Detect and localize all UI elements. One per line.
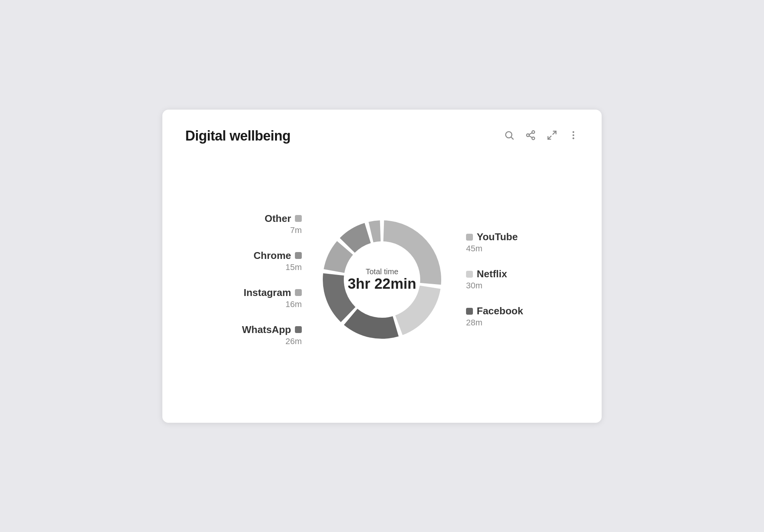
donut-segment[interactable]	[383, 220, 441, 285]
donut-segment[interactable]	[344, 309, 398, 338]
legend-time: 16m	[285, 299, 302, 309]
legend-time: 28m	[466, 318, 482, 328]
right-legend: YouTube 45m Netflix 30m Facebook 28m	[451, 231, 527, 328]
legend-name: Netflix	[477, 268, 507, 280]
legend-name: Other	[265, 213, 291, 225]
legend-name: Facebook	[477, 305, 523, 317]
legend-time: 15m	[285, 262, 302, 272]
legend-time: 45m	[466, 244, 482, 254]
legend-name: WhatsApp	[242, 324, 291, 336]
legend-item: Other 7m	[265, 213, 302, 235]
svg-point-10	[573, 134, 575, 136]
legend-item: Facebook 28m	[466, 305, 523, 328]
donut-segment[interactable]	[369, 220, 381, 243]
legend-item: Instagram 16m	[244, 287, 302, 309]
svg-line-1	[511, 137, 513, 139]
legend-name: Instagram	[244, 287, 291, 299]
donut-segment[interactable]	[395, 285, 440, 335]
legend-item: Chrome 15m	[254, 250, 302, 272]
legend-dot	[466, 308, 473, 315]
legend-dot	[295, 215, 302, 222]
legend-dot	[295, 289, 302, 296]
fullscreen-icon[interactable]	[547, 130, 557, 142]
legend-name: Chrome	[254, 250, 291, 262]
donut-chart: Total time 3hr 22min	[313, 211, 451, 348]
legend-time: 7m	[290, 225, 302, 235]
svg-point-9	[573, 131, 575, 133]
legend-time: 26m	[285, 336, 302, 346]
legend-item: Netflix 30m	[466, 268, 507, 291]
page-title: Digital wellbeing	[185, 128, 291, 144]
header-actions	[504, 130, 579, 142]
header: Digital wellbeing	[185, 128, 579, 144]
legend-dot	[295, 326, 302, 333]
main-content: Other 7m Chrome 15m Instagram 16m WhatsA…	[185, 159, 579, 400]
legend-item: WhatsApp 26m	[242, 324, 302, 346]
legend-dot	[466, 234, 473, 241]
legend-name: YouTube	[477, 231, 518, 243]
legend-dot	[466, 271, 473, 278]
left-legend: Other 7m Chrome 15m Instagram 16m WhatsA…	[237, 213, 313, 346]
legend-time: 30m	[466, 281, 482, 291]
legend-dot	[295, 252, 302, 259]
donut-segment[interactable]	[323, 273, 355, 322]
svg-point-11	[573, 137, 575, 139]
svg-line-6	[529, 133, 532, 134]
legend-item: YouTube 45m	[466, 231, 518, 254]
more-vert-icon[interactable]	[568, 130, 579, 142]
share-icon[interactable]	[525, 130, 536, 142]
digital-wellbeing-card: Digital wellbeing	[162, 110, 602, 423]
svg-line-5	[529, 136, 532, 137]
search-icon[interactable]	[504, 130, 515, 142]
